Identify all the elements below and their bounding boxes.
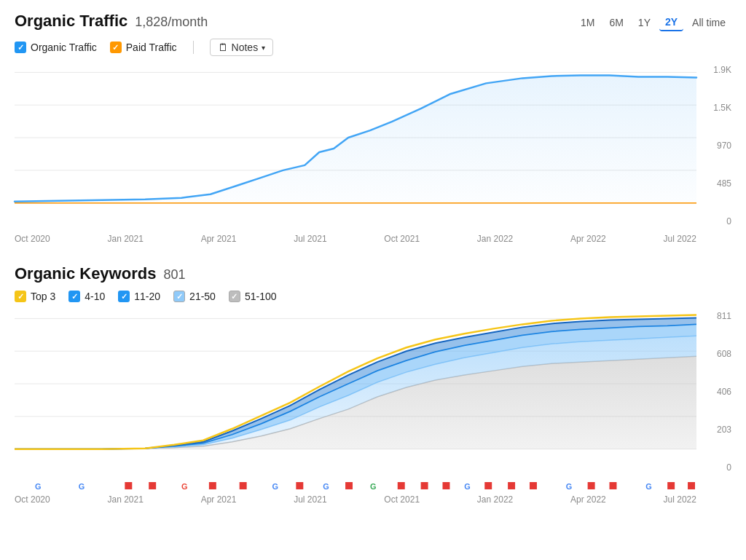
flag-15 — [667, 482, 675, 489]
kx-jan2022: Jan 2022 — [477, 494, 513, 505]
filter-alltime[interactable]: All time — [686, 15, 731, 31]
legend-51-100-label: 51-100 — [245, 291, 277, 302]
keywords-value: 801 — [163, 267, 185, 283]
g-icon-3: G — [181, 482, 188, 491]
legend-top3[interactable]: ✓ Top 3 — [15, 291, 55, 302]
organic-traffic-chart: 1.9K 1.5K 970 485 0 — [15, 65, 731, 228]
flag-13 — [588, 482, 595, 489]
g-icon-8: G — [566, 482, 573, 491]
flag-6 — [345, 482, 353, 489]
organic-traffic-title: Organic Traffic — [15, 12, 127, 31]
ky-label-4: 608 — [717, 349, 731, 359]
g-icon-6: G — [370, 482, 377, 491]
event-markers-svg: G G G G G G G G G — [15, 480, 696, 492]
x-jul2022: Jul 2022 — [664, 234, 696, 244]
y-label-4: 1.5K — [713, 103, 731, 113]
flag-5 — [296, 482, 303, 489]
legend-4-10-label: 4-10 — [85, 291, 105, 302]
ky-label-1: 0 — [726, 462, 731, 473]
keywords-legend: ✓ Top 3 ✓ 4-10 ✓ 11-20 ✓ 21-50 ✓ 51-100 — [15, 291, 731, 302]
y-label-3: 970 — [717, 141, 731, 151]
organic-traffic-value: 1,828/month — [135, 15, 208, 30]
traffic-x-axis: Oct 2020 Jan 2021 Apr 2021 Jul 2021 Oct … — [15, 234, 731, 244]
g-icon-1: G — [35, 482, 42, 491]
traffic-y-axis: 1.9K 1.5K 970 485 0 — [698, 65, 731, 228]
checkbox-top3[interactable]: ✓ — [15, 291, 26, 302]
kx-jul2022: Jul 2022 — [664, 494, 696, 505]
y-label-5: 1.9K — [713, 65, 731, 75]
g-icon-7: G — [464, 482, 471, 491]
g-icon-2: G — [79, 482, 85, 491]
kx-oct2020: Oct 2020 — [15, 494, 50, 505]
y-label-1: 0 — [726, 216, 731, 226]
flag-10 — [484, 482, 492, 489]
legend-21-50[interactable]: ✓ 21-50 — [173, 291, 216, 302]
time-filter-group: 1M 6M 1Y 2Y All time — [575, 14, 731, 31]
notes-chevron-icon: ▾ — [262, 44, 265, 52]
checkbox-51-100[interactable]: ✓ — [229, 291, 240, 302]
x-jan2022: Jan 2022 — [477, 234, 513, 244]
organic-keywords-section: Organic Keywords 801 ✓ Top 3 ✓ 4-10 ✓ 11… — [15, 264, 731, 505]
traffic-chart-area — [15, 65, 696, 228]
flag-8 — [421, 482, 428, 489]
legend-organic-label: Organic Traffic — [31, 42, 97, 53]
traffic-legend: ✓ Organic Traffic ✓ Paid Traffic 🗒 Notes… — [15, 39, 731, 56]
flag-7 — [398, 482, 405, 489]
kx-jan2021: Jan 2021 — [108, 494, 144, 505]
checkbox-paid[interactable]: ✓ — [110, 42, 122, 53]
filter-1y[interactable]: 1Y — [632, 15, 656, 31]
kx-apr2022: Apr 2022 — [570, 494, 606, 505]
flag-3 — [209, 482, 216, 489]
g-icon-9: G — [645, 482, 652, 491]
traffic-area-fill — [15, 75, 696, 202]
checkbox-11-20[interactable]: ✓ — [118, 291, 130, 302]
legend-divider — [193, 41, 194, 54]
flag-11 — [508, 482, 515, 489]
title-value-group: Organic Traffic 1,828/month — [15, 12, 208, 31]
legend-11-20-label: 11-20 — [134, 291, 160, 302]
keywords-x-axis: Oct 2020 Jan 2021 Apr 2021 Jul 2021 Oct … — [15, 494, 731, 505]
legend-top3-label: Top 3 — [31, 291, 55, 302]
x-jan2021: Jan 2021 — [108, 234, 144, 244]
notes-button[interactable]: 🗒 Notes ▾ — [210, 39, 274, 56]
flag-4 — [240, 482, 247, 489]
kx-apr2021: Apr 2021 — [201, 494, 237, 505]
filter-1m[interactable]: 1M — [575, 15, 600, 31]
kx-jul2021: Jul 2021 — [294, 494, 326, 505]
flag-2 — [149, 482, 156, 489]
organic-traffic-header: Organic Traffic 1,828/month 1M 6M 1Y 2Y … — [15, 12, 731, 31]
kx-oct2021: Oct 2021 — [384, 494, 420, 505]
flag-9 — [442, 482, 449, 489]
keywords-y-axis: 811 608 406 203 0 — [698, 311, 731, 474]
legend-organic[interactable]: ✓ Organic Traffic — [15, 42, 97, 53]
legend-paid[interactable]: ✓ Paid Traffic — [110, 42, 177, 53]
legend-11-20[interactable]: ✓ 11-20 — [118, 291, 160, 302]
g-icon-4: G — [272, 482, 278, 491]
keywords-chart: 811 608 406 203 0 — [15, 311, 731, 474]
keywords-header: Organic Keywords 801 — [15, 264, 731, 283]
filter-2y[interactable]: 2Y — [659, 14, 683, 31]
x-oct2020: Oct 2020 — [15, 234, 50, 244]
flag-14 — [610, 482, 617, 489]
checkbox-21-50[interactable]: ✓ — [173, 291, 185, 302]
event-icons-row: G G G G G G G G G — [15, 480, 731, 492]
legend-paid-label: Paid Traffic — [126, 42, 177, 53]
x-jul2021: Jul 2021 — [294, 234, 326, 244]
ky-label-5: 811 — [717, 311, 731, 321]
keywords-chart-area — [15, 311, 696, 474]
checkbox-organic[interactable]: ✓ — [15, 42, 26, 53]
flag-1 — [125, 482, 132, 489]
checkbox-4-10[interactable]: ✓ — [68, 291, 80, 302]
legend-51-100[interactable]: ✓ 51-100 — [229, 291, 277, 302]
legend-4-10[interactable]: ✓ 4-10 — [68, 291, 105, 302]
legend-21-50-label: 21-50 — [189, 291, 216, 302]
x-apr2021: Apr 2021 — [201, 234, 237, 244]
ky-label-3: 406 — [717, 387, 731, 397]
filter-6m[interactable]: 6M — [603, 15, 629, 31]
x-apr2022: Apr 2022 — [570, 234, 606, 244]
organic-traffic-section: Organic Traffic 1,828/month 1M 6M 1Y 2Y … — [15, 12, 731, 244]
traffic-svg — [15, 65, 696, 225]
flag-12 — [530, 482, 537, 489]
ky-label-2: 203 — [717, 425, 731, 435]
keywords-title: Organic Keywords — [15, 264, 156, 283]
